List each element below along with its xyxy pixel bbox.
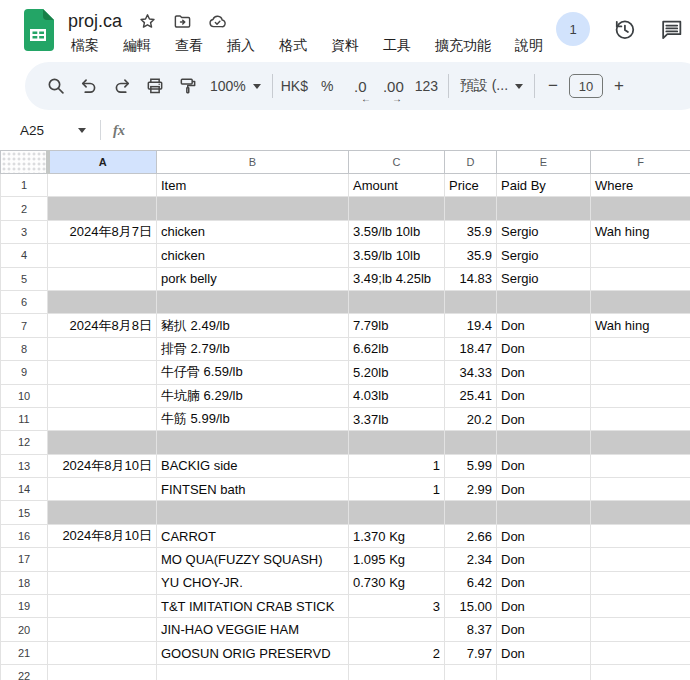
cell-A5[interactable] bbox=[48, 267, 157, 290]
cell-C14[interactable]: 1 bbox=[349, 478, 445, 501]
cell-E10[interactable]: Don bbox=[497, 384, 591, 407]
cell-F22[interactable] bbox=[591, 665, 690, 680]
cell-E2[interactable] bbox=[497, 197, 591, 220]
row-header-21[interactable]: 21 bbox=[1, 641, 48, 664]
cell-D3[interactable]: 35.9 bbox=[445, 220, 497, 243]
cell-F13[interactable] bbox=[591, 454, 690, 477]
cell-C20[interactable] bbox=[349, 618, 445, 641]
column-header-A[interactable]: A bbox=[48, 151, 157, 174]
paint-format-icon[interactable] bbox=[171, 70, 204, 102]
cell-C18[interactable]: 0.730 Kg bbox=[349, 571, 445, 594]
cell-F16[interactable] bbox=[591, 524, 690, 547]
cell-C19[interactable]: 3 bbox=[349, 595, 445, 618]
cell-B7[interactable]: 豬扒 2.49/lb bbox=[157, 314, 349, 337]
cell-D6[interactable] bbox=[445, 290, 497, 313]
row-header-6[interactable]: 6 bbox=[1, 290, 48, 313]
menu-data[interactable]: 資料 bbox=[328, 36, 362, 56]
cell-E5[interactable]: Sergio bbox=[497, 267, 591, 290]
cell-C4[interactable]: 3.59/lb 10lb bbox=[349, 244, 445, 267]
row-header-7[interactable]: 7 bbox=[1, 314, 48, 337]
cell-D16[interactable]: 2.66 bbox=[445, 524, 497, 547]
cell-A18[interactable] bbox=[48, 571, 157, 594]
cell-E12[interactable] bbox=[497, 431, 591, 454]
cell-E20[interactable]: Don bbox=[497, 618, 591, 641]
cell-F11[interactable] bbox=[591, 407, 690, 430]
cell-C5[interactable]: 3.49;lb 4.25lb bbox=[349, 267, 445, 290]
cell-A7[interactable]: 2024年8月8日 bbox=[48, 314, 157, 337]
menu-format[interactable]: 格式 bbox=[276, 36, 310, 56]
cell-D14[interactable]: 2.99 bbox=[445, 478, 497, 501]
cell-D4[interactable]: 35.9 bbox=[445, 244, 497, 267]
cell-A12[interactable] bbox=[48, 431, 157, 454]
row-header-16[interactable]: 16 bbox=[1, 524, 48, 547]
cell-C1[interactable]: Amount bbox=[349, 174, 445, 197]
cell-C3[interactable]: 3.59/lb 10lb bbox=[349, 220, 445, 243]
cell-D8[interactable]: 18.47 bbox=[445, 337, 497, 360]
select-all-corner[interactable] bbox=[1, 151, 48, 174]
cell-D11[interactable]: 20.2 bbox=[445, 407, 497, 430]
cell-A22[interactable] bbox=[48, 665, 157, 680]
cell-F17[interactable] bbox=[591, 548, 690, 571]
cell-E16[interactable]: Don bbox=[497, 524, 591, 547]
cell-F10[interactable] bbox=[591, 384, 690, 407]
row-header-2[interactable]: 2 bbox=[1, 197, 48, 220]
cell-A9[interactable] bbox=[48, 361, 157, 384]
cell-C10[interactable]: 4.03lb bbox=[349, 384, 445, 407]
decrease-font-size-button[interactable]: − bbox=[540, 70, 566, 102]
row-header-18[interactable]: 18 bbox=[1, 571, 48, 594]
cell-A4[interactable] bbox=[48, 244, 157, 267]
cell-A20[interactable] bbox=[48, 618, 157, 641]
increase-decimal-button[interactable]: .00→ bbox=[377, 70, 410, 102]
cell-E11[interactable]: Don bbox=[497, 407, 591, 430]
font-size-input[interactable]: 10 bbox=[569, 74, 603, 98]
collaborator-badge[interactable]: 1 bbox=[556, 12, 590, 46]
cell-F12[interactable] bbox=[591, 431, 690, 454]
menu-file[interactable]: 檔案 bbox=[68, 36, 102, 56]
cell-B17[interactable]: MO QUA(FUZZY SQUASH) bbox=[157, 548, 349, 571]
cell-C7[interactable]: 7.79lb bbox=[349, 314, 445, 337]
name-box[interactable]: A25 bbox=[20, 123, 78, 138]
print-icon[interactable] bbox=[138, 70, 171, 102]
move-to-folder-icon[interactable] bbox=[173, 12, 192, 31]
row-header-15[interactable]: 15 bbox=[1, 501, 48, 524]
cell-F3[interactable]: Wah hing bbox=[591, 220, 690, 243]
cell-B16[interactable]: CARROT bbox=[157, 524, 349, 547]
cell-F4[interactable] bbox=[591, 244, 690, 267]
cell-D22[interactable] bbox=[445, 665, 497, 680]
menu-edit[interactable]: 編輯 bbox=[120, 36, 154, 56]
cell-E6[interactable] bbox=[497, 290, 591, 313]
cell-F15[interactable] bbox=[591, 501, 690, 524]
cell-D20[interactable]: 8.37 bbox=[445, 618, 497, 641]
cell-B10[interactable]: 牛坑腩 6.29/lb bbox=[157, 384, 349, 407]
cell-A17[interactable] bbox=[48, 548, 157, 571]
font-select[interactable]: 預設 (... bbox=[454, 70, 529, 102]
cell-F20[interactable] bbox=[591, 618, 690, 641]
cell-B2[interactable] bbox=[157, 197, 349, 220]
cell-F21[interactable] bbox=[591, 641, 690, 664]
cell-E1[interactable]: Paid By bbox=[497, 174, 591, 197]
cell-D19[interactable]: 15.00 bbox=[445, 595, 497, 618]
cell-E13[interactable]: Don bbox=[497, 454, 591, 477]
cell-B6[interactable] bbox=[157, 290, 349, 313]
cell-C22[interactable] bbox=[349, 665, 445, 680]
cell-E21[interactable]: Don bbox=[497, 641, 591, 664]
cell-F5[interactable] bbox=[591, 267, 690, 290]
cell-F7[interactable]: Wah hing bbox=[591, 314, 690, 337]
search-icon[interactable] bbox=[39, 70, 72, 102]
cell-C21[interactable]: 2 bbox=[349, 641, 445, 664]
cell-A6[interactable] bbox=[48, 290, 157, 313]
cell-E9[interactable]: Don bbox=[497, 361, 591, 384]
menu-view[interactable]: 查看 bbox=[172, 36, 206, 56]
more-formats-button[interactable]: 123 bbox=[410, 70, 443, 102]
cell-C6[interactable] bbox=[349, 290, 445, 313]
column-header-B[interactable]: B bbox=[157, 151, 349, 174]
cell-A19[interactable] bbox=[48, 595, 157, 618]
cell-D1[interactable]: Price bbox=[445, 174, 497, 197]
cell-B4[interactable]: chicken bbox=[157, 244, 349, 267]
redo-icon[interactable] bbox=[105, 70, 138, 102]
cell-A8[interactable] bbox=[48, 337, 157, 360]
cell-B15[interactable] bbox=[157, 501, 349, 524]
menu-extensions[interactable]: 擴充功能 bbox=[432, 36, 494, 56]
row-header-5[interactable]: 5 bbox=[1, 267, 48, 290]
row-header-3[interactable]: 3 bbox=[1, 220, 48, 243]
